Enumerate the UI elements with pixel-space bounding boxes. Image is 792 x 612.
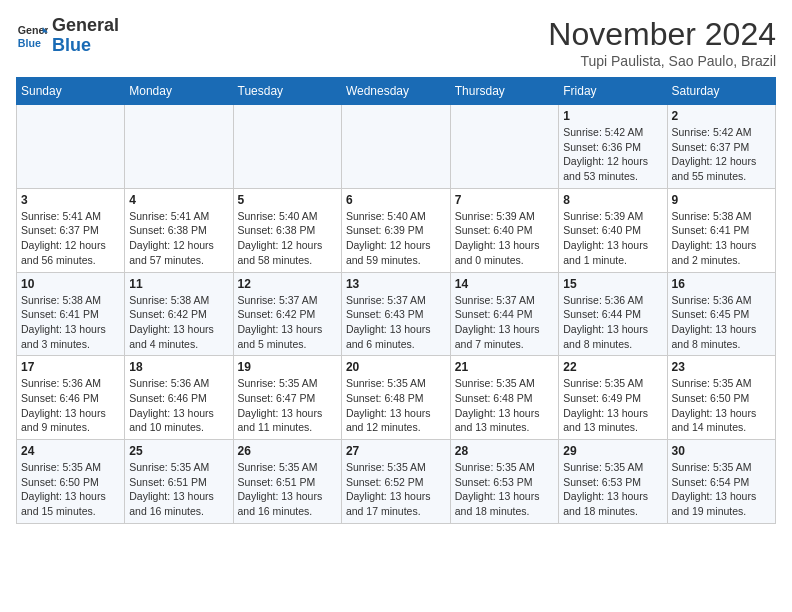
calendar-cell bbox=[450, 105, 559, 189]
calendar-week-3: 10Sunrise: 5:38 AM Sunset: 6:41 PM Dayli… bbox=[17, 272, 776, 356]
day-number: 7 bbox=[455, 193, 555, 207]
day-info: Sunrise: 5:42 AM Sunset: 6:37 PM Dayligh… bbox=[672, 125, 771, 184]
calendar-subtitle: Tupi Paulista, Sao Paulo, Brazil bbox=[548, 53, 776, 69]
day-number: 15 bbox=[563, 277, 662, 291]
column-header-wednesday: Wednesday bbox=[341, 78, 450, 105]
calendar-cell: 17Sunrise: 5:36 AM Sunset: 6:46 PM Dayli… bbox=[17, 356, 125, 440]
day-number: 12 bbox=[238, 277, 337, 291]
day-number: 2 bbox=[672, 109, 771, 123]
day-info: Sunrise: 5:38 AM Sunset: 6:42 PM Dayligh… bbox=[129, 293, 228, 352]
day-number: 29 bbox=[563, 444, 662, 458]
calendar-cell: 12Sunrise: 5:37 AM Sunset: 6:42 PM Dayli… bbox=[233, 272, 341, 356]
day-info: Sunrise: 5:35 AM Sunset: 6:52 PM Dayligh… bbox=[346, 460, 446, 519]
day-info: Sunrise: 5:35 AM Sunset: 6:48 PM Dayligh… bbox=[346, 376, 446, 435]
calendar-cell bbox=[233, 105, 341, 189]
calendar-body: 1Sunrise: 5:42 AM Sunset: 6:36 PM Daylig… bbox=[17, 105, 776, 524]
day-info: Sunrise: 5:36 AM Sunset: 6:46 PM Dayligh… bbox=[129, 376, 228, 435]
day-info: Sunrise: 5:35 AM Sunset: 6:53 PM Dayligh… bbox=[563, 460, 662, 519]
day-number: 6 bbox=[346, 193, 446, 207]
calendar-cell bbox=[125, 105, 233, 189]
calendar-cell: 10Sunrise: 5:38 AM Sunset: 6:41 PM Dayli… bbox=[17, 272, 125, 356]
day-number: 27 bbox=[346, 444, 446, 458]
day-info: Sunrise: 5:39 AM Sunset: 6:40 PM Dayligh… bbox=[455, 209, 555, 268]
day-info: Sunrise: 5:38 AM Sunset: 6:41 PM Dayligh… bbox=[672, 209, 771, 268]
day-info: Sunrise: 5:35 AM Sunset: 6:48 PM Dayligh… bbox=[455, 376, 555, 435]
day-number: 25 bbox=[129, 444, 228, 458]
day-info: Sunrise: 5:35 AM Sunset: 6:49 PM Dayligh… bbox=[563, 376, 662, 435]
day-number: 9 bbox=[672, 193, 771, 207]
day-info: Sunrise: 5:38 AM Sunset: 6:41 PM Dayligh… bbox=[21, 293, 120, 352]
column-header-thursday: Thursday bbox=[450, 78, 559, 105]
day-number: 28 bbox=[455, 444, 555, 458]
day-info: Sunrise: 5:35 AM Sunset: 6:50 PM Dayligh… bbox=[21, 460, 120, 519]
day-number: 22 bbox=[563, 360, 662, 374]
calendar-cell: 6Sunrise: 5:40 AM Sunset: 6:39 PM Daylig… bbox=[341, 188, 450, 272]
calendar-cell: 7Sunrise: 5:39 AM Sunset: 6:40 PM Daylig… bbox=[450, 188, 559, 272]
day-info: Sunrise: 5:40 AM Sunset: 6:39 PM Dayligh… bbox=[346, 209, 446, 268]
calendar-cell: 22Sunrise: 5:35 AM Sunset: 6:49 PM Dayli… bbox=[559, 356, 667, 440]
calendar-cell bbox=[341, 105, 450, 189]
calendar-title: November 2024 bbox=[548, 16, 776, 53]
day-number: 20 bbox=[346, 360, 446, 374]
day-number: 26 bbox=[238, 444, 337, 458]
day-info: Sunrise: 5:35 AM Sunset: 6:50 PM Dayligh… bbox=[672, 376, 771, 435]
calendar-week-5: 24Sunrise: 5:35 AM Sunset: 6:50 PM Dayli… bbox=[17, 440, 776, 524]
day-number: 3 bbox=[21, 193, 120, 207]
day-info: Sunrise: 5:35 AM Sunset: 6:54 PM Dayligh… bbox=[672, 460, 771, 519]
day-info: Sunrise: 5:37 AM Sunset: 6:42 PM Dayligh… bbox=[238, 293, 337, 352]
day-info: Sunrise: 5:41 AM Sunset: 6:37 PM Dayligh… bbox=[21, 209, 120, 268]
column-header-friday: Friday bbox=[559, 78, 667, 105]
calendar-cell: 4Sunrise: 5:41 AM Sunset: 6:38 PM Daylig… bbox=[125, 188, 233, 272]
logo-icon: General Blue bbox=[16, 20, 48, 52]
calendar-cell: 23Sunrise: 5:35 AM Sunset: 6:50 PM Dayli… bbox=[667, 356, 775, 440]
day-info: Sunrise: 5:35 AM Sunset: 6:53 PM Dayligh… bbox=[455, 460, 555, 519]
page-header: General Blue General Blue November 2024 … bbox=[16, 16, 776, 69]
calendar-cell: 29Sunrise: 5:35 AM Sunset: 6:53 PM Dayli… bbox=[559, 440, 667, 524]
day-number: 10 bbox=[21, 277, 120, 291]
day-number: 14 bbox=[455, 277, 555, 291]
calendar-cell: 8Sunrise: 5:39 AM Sunset: 6:40 PM Daylig… bbox=[559, 188, 667, 272]
calendar-week-1: 1Sunrise: 5:42 AM Sunset: 6:36 PM Daylig… bbox=[17, 105, 776, 189]
day-info: Sunrise: 5:41 AM Sunset: 6:38 PM Dayligh… bbox=[129, 209, 228, 268]
calendar-week-4: 17Sunrise: 5:36 AM Sunset: 6:46 PM Dayli… bbox=[17, 356, 776, 440]
day-number: 16 bbox=[672, 277, 771, 291]
column-header-monday: Monday bbox=[125, 78, 233, 105]
day-number: 4 bbox=[129, 193, 228, 207]
day-info: Sunrise: 5:37 AM Sunset: 6:44 PM Dayligh… bbox=[455, 293, 555, 352]
day-number: 11 bbox=[129, 277, 228, 291]
calendar-cell: 3Sunrise: 5:41 AM Sunset: 6:37 PM Daylig… bbox=[17, 188, 125, 272]
calendar-cell: 28Sunrise: 5:35 AM Sunset: 6:53 PM Dayli… bbox=[450, 440, 559, 524]
day-info: Sunrise: 5:36 AM Sunset: 6:45 PM Dayligh… bbox=[672, 293, 771, 352]
day-number: 5 bbox=[238, 193, 337, 207]
calendar-cell: 30Sunrise: 5:35 AM Sunset: 6:54 PM Dayli… bbox=[667, 440, 775, 524]
calendar-cell: 25Sunrise: 5:35 AM Sunset: 6:51 PM Dayli… bbox=[125, 440, 233, 524]
calendar-table: SundayMondayTuesdayWednesdayThursdayFrid… bbox=[16, 77, 776, 524]
day-number: 13 bbox=[346, 277, 446, 291]
day-info: Sunrise: 5:39 AM Sunset: 6:40 PM Dayligh… bbox=[563, 209, 662, 268]
column-header-saturday: Saturday bbox=[667, 78, 775, 105]
logo-text: General Blue bbox=[52, 16, 119, 56]
calendar-cell: 14Sunrise: 5:37 AM Sunset: 6:44 PM Dayli… bbox=[450, 272, 559, 356]
day-number: 30 bbox=[672, 444, 771, 458]
day-info: Sunrise: 5:35 AM Sunset: 6:51 PM Dayligh… bbox=[129, 460, 228, 519]
calendar-cell: 2Sunrise: 5:42 AM Sunset: 6:37 PM Daylig… bbox=[667, 105, 775, 189]
day-number: 24 bbox=[21, 444, 120, 458]
day-number: 21 bbox=[455, 360, 555, 374]
calendar-cell: 26Sunrise: 5:35 AM Sunset: 6:51 PM Dayli… bbox=[233, 440, 341, 524]
day-info: Sunrise: 5:37 AM Sunset: 6:43 PM Dayligh… bbox=[346, 293, 446, 352]
calendar-cell: 11Sunrise: 5:38 AM Sunset: 6:42 PM Dayli… bbox=[125, 272, 233, 356]
calendar-cell: 18Sunrise: 5:36 AM Sunset: 6:46 PM Dayli… bbox=[125, 356, 233, 440]
day-info: Sunrise: 5:40 AM Sunset: 6:38 PM Dayligh… bbox=[238, 209, 337, 268]
calendar-cell bbox=[17, 105, 125, 189]
calendar-cell: 27Sunrise: 5:35 AM Sunset: 6:52 PM Dayli… bbox=[341, 440, 450, 524]
calendar-week-2: 3Sunrise: 5:41 AM Sunset: 6:37 PM Daylig… bbox=[17, 188, 776, 272]
calendar-cell: 16Sunrise: 5:36 AM Sunset: 6:45 PM Dayli… bbox=[667, 272, 775, 356]
calendar-cell: 5Sunrise: 5:40 AM Sunset: 6:38 PM Daylig… bbox=[233, 188, 341, 272]
day-number: 18 bbox=[129, 360, 228, 374]
day-info: Sunrise: 5:36 AM Sunset: 6:46 PM Dayligh… bbox=[21, 376, 120, 435]
day-number: 8 bbox=[563, 193, 662, 207]
day-number: 17 bbox=[21, 360, 120, 374]
day-info: Sunrise: 5:36 AM Sunset: 6:44 PM Dayligh… bbox=[563, 293, 662, 352]
day-info: Sunrise: 5:42 AM Sunset: 6:36 PM Dayligh… bbox=[563, 125, 662, 184]
day-number: 1 bbox=[563, 109, 662, 123]
